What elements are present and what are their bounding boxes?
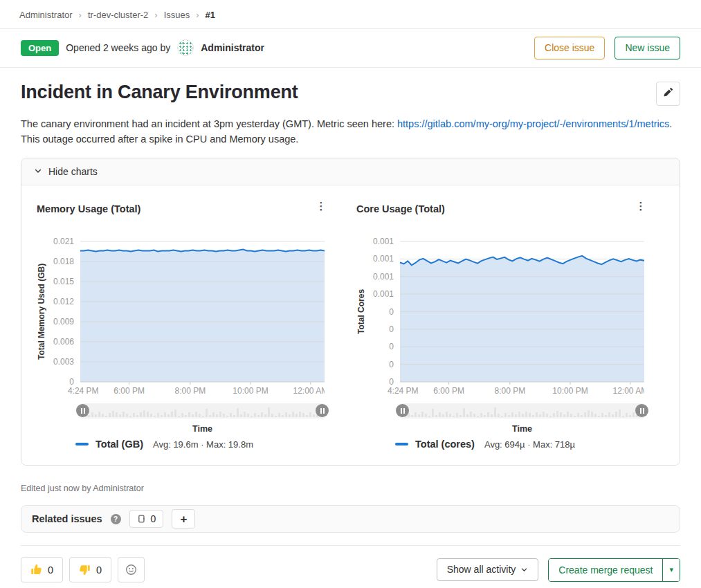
chevron-down-icon bbox=[520, 566, 528, 573]
svg-text:4:24 PM: 4:24 PM bbox=[388, 386, 419, 396]
breadcrumb-project[interactable]: tr-dev-cluster-2 bbox=[88, 10, 148, 20]
svg-text:12:00 AM: 12:00 AM bbox=[613, 386, 644, 396]
svg-text:0: 0 bbox=[389, 377, 394, 387]
issue-title: Incident in Canary Environment bbox=[21, 82, 298, 103]
legend-stats: Avg: 19.6m · Max: 19.8m bbox=[153, 439, 253, 450]
chart-zoom-minimap[interactable] bbox=[80, 403, 325, 419]
svg-text:0: 0 bbox=[69, 377, 74, 387]
new-issue-button[interactable]: New issue bbox=[614, 37, 680, 59]
smiley-icon bbox=[125, 564, 137, 576]
svg-text:10:00 PM: 10:00 PM bbox=[233, 386, 268, 396]
chart-title: Memory Usage (Total) bbox=[37, 203, 140, 214]
legend-swatch bbox=[395, 443, 408, 445]
svg-text:0: 0 bbox=[389, 324, 394, 334]
svg-text:4:24 PM: 4:24 PM bbox=[68, 386, 99, 396]
breadcrumb-issues[interactable]: Issues bbox=[164, 10, 190, 20]
chart-title: Core Usage (Total) bbox=[356, 203, 445, 214]
svg-text:8:00 PM: 8:00 PM bbox=[174, 386, 206, 396]
edit-title-button[interactable] bbox=[656, 82, 680, 106]
svg-text:0.018: 0.018 bbox=[53, 257, 74, 266]
chart-zoom-minimap[interactable] bbox=[400, 403, 644, 419]
chevron-down-icon bbox=[34, 166, 42, 177]
author-link[interactable]: Administrator bbox=[201, 42, 264, 53]
core-usage-chart: Core Usage (Total) ⋮ Total Cores 0.0010.… bbox=[356, 203, 647, 450]
help-icon[interactable]: ? bbox=[111, 514, 121, 524]
svg-text:0.001: 0.001 bbox=[373, 255, 394, 264]
create-merge-request-caret-button[interactable]: ▾ bbox=[662, 559, 680, 581]
related-issues-card: Related issues ? 0 + bbox=[21, 505, 680, 533]
svg-text:0: 0 bbox=[389, 342, 394, 352]
description-text: The canary environment had an incident a… bbox=[21, 118, 397, 129]
add-related-issue-button[interactable]: + bbox=[172, 509, 195, 529]
thumbs-up-button[interactable]: 0 bbox=[21, 557, 63, 582]
svg-text:0.001: 0.001 bbox=[373, 289, 394, 299]
create-merge-request-button[interactable]: Create merge request bbox=[549, 559, 662, 581]
y-axis-title: Total Cores bbox=[356, 241, 366, 382]
legend-stats: Avg: 694µ · Max: 718µ bbox=[484, 439, 575, 450]
chart-canvas[interactable]: 0.0010.0010.0010.001000004:24 PM6:00 PM8… bbox=[356, 236, 644, 396]
legend-swatch bbox=[75, 443, 89, 445]
metrics-panel: Hide charts Memory Usage (Total) ⋮ Total… bbox=[21, 158, 680, 466]
opened-text: Opened 2 weeks ago by bbox=[66, 42, 170, 53]
breadcrumb-separator-icon: › bbox=[154, 10, 157, 20]
add-emoji-button[interactable] bbox=[118, 557, 145, 582]
svg-text:6:00 PM: 6:00 PM bbox=[113, 386, 145, 396]
thumbs-down-button[interactable]: 0 bbox=[69, 557, 111, 582]
zoom-handle-right-icon[interactable] bbox=[635, 404, 648, 417]
thumbs-up-count: 0 bbox=[48, 564, 53, 576]
chart-menu-button[interactable]: ⋮ bbox=[635, 203, 647, 209]
related-issues-title: Related issues bbox=[32, 513, 102, 524]
x-axis-title: Time bbox=[80, 424, 325, 434]
legend-item[interactable]: Total (cores) Avg: 694µ · Max: 718µ bbox=[395, 439, 647, 450]
legend-label: Total (GB) bbox=[95, 439, 143, 450]
pencil-icon bbox=[663, 87, 673, 100]
chart-menu-button[interactable]: ⋮ bbox=[315, 203, 327, 209]
svg-text:0: 0 bbox=[389, 307, 394, 317]
breadcrumb: Administrator › tr-dev-cluster-2 › Issue… bbox=[0, 0, 701, 29]
hide-charts-label: Hide charts bbox=[48, 166, 98, 177]
status-badge: Open bbox=[21, 40, 59, 56]
related-issues-count: 0 bbox=[151, 513, 156, 524]
issue-icon bbox=[137, 514, 147, 524]
memory-usage-chart: Memory Usage (Total) ⋮ Total Memory Used… bbox=[37, 203, 327, 450]
svg-text:10:00 PM: 10:00 PM bbox=[552, 386, 588, 396]
y-axis-title: Total Memory Used (GB) bbox=[37, 241, 46, 382]
thumbs-down-count: 0 bbox=[96, 564, 102, 576]
issue-description: The canary environment had an incident a… bbox=[21, 117, 680, 147]
svg-text:0.009: 0.009 bbox=[53, 317, 74, 327]
svg-text:6:00 PM: 6:00 PM bbox=[433, 386, 464, 396]
metrics-link[interactable]: https://gitlab.com/my-org/my-project/-/e… bbox=[397, 118, 669, 129]
x-axis-title: Time bbox=[400, 424, 644, 434]
thumbs-down-icon bbox=[79, 564, 91, 576]
legend-label: Total (cores) bbox=[415, 439, 475, 450]
svg-text:0.012: 0.012 bbox=[53, 297, 74, 306]
avatar[interactable] bbox=[177, 39, 194, 56]
issue-status-bar: Open Opened 2 weeks ago by Administrator… bbox=[0, 29, 701, 68]
breadcrumb-separator-icon: › bbox=[196, 10, 199, 20]
chart-canvas[interactable]: 0.0210.0180.0150.0120.0090.0060.00304:24… bbox=[37, 236, 325, 396]
svg-text:0.006: 0.006 bbox=[53, 337, 74, 347]
breadcrumb-separator-icon: › bbox=[79, 10, 82, 20]
edited-note: Edited just now by Administrator bbox=[21, 484, 680, 493]
thumbs-up-icon bbox=[30, 564, 42, 576]
activity-filter-label: Show all activity bbox=[447, 564, 516, 576]
related-issues-count-badge: 0 bbox=[129, 510, 164, 528]
svg-text:8:00 PM: 8:00 PM bbox=[494, 386, 525, 396]
svg-text:0.001: 0.001 bbox=[373, 272, 394, 282]
svg-text:0.003: 0.003 bbox=[53, 357, 74, 367]
close-issue-button[interactable]: Close issue bbox=[534, 37, 605, 59]
breadcrumb-group[interactable]: Administrator bbox=[19, 10, 73, 20]
activity-filter-dropdown[interactable]: Show all activity bbox=[437, 558, 539, 581]
zoom-handle-right-icon[interactable] bbox=[316, 404, 329, 417]
breadcrumb-issue-number: #1 bbox=[206, 10, 215, 20]
svg-text:12:00 AM: 12:00 AM bbox=[293, 386, 325, 396]
svg-text:0: 0 bbox=[389, 360, 394, 369]
svg-text:0.001: 0.001 bbox=[373, 237, 394, 246]
legend-item[interactable]: Total (GB) Avg: 19.6m · Max: 19.8m bbox=[75, 439, 327, 450]
create-merge-request-split-button: Create merge request ▾ bbox=[548, 558, 680, 582]
svg-text:0.015: 0.015 bbox=[53, 277, 74, 286]
hide-charts-toggle[interactable]: Hide charts bbox=[21, 158, 680, 185]
svg-text:0.021: 0.021 bbox=[53, 237, 74, 246]
